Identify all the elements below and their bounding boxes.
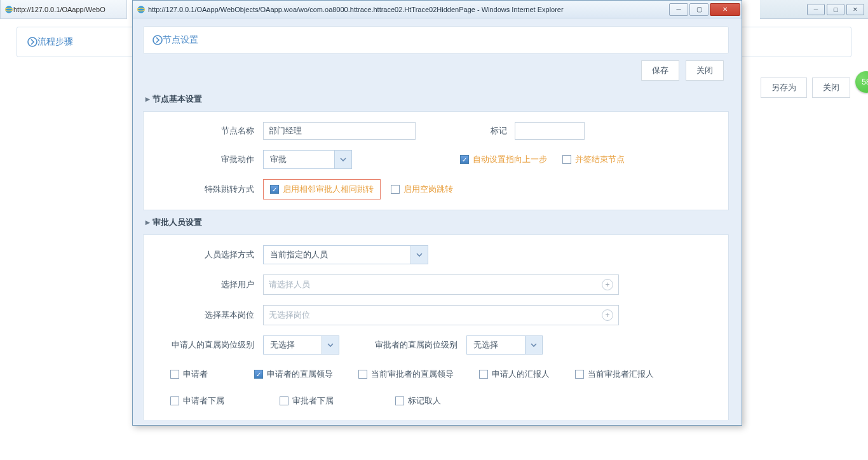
select-user-label: 选择用户 (154, 279, 263, 290)
action-dropdown[interactable]: 审批 (263, 150, 352, 169)
save-button[interactable]: 保存 (641, 60, 679, 81)
svg-point-3 (137, 6, 144, 13)
vacancy-checkbox[interactable] (391, 185, 400, 194)
section-basic-card: 节点名称 标记 审批动作 审批 ✓ 自动设置指向上一步 并 (143, 111, 729, 210)
select-post-placeholder: 无选择岗位 (269, 309, 310, 321)
bg-window-minimize-button[interactable]: ─ (807, 4, 825, 15)
cb-approver-sub-label: 审批者下属 (292, 395, 334, 407)
action-label: 审批动作 (154, 154, 263, 165)
svg-point-5 (153, 36, 162, 44)
modal-window-controls: ─ ▢ ✕ (669, 3, 742, 16)
cb-current-approver-reporter-label: 当前审批者汇报人 (588, 369, 654, 380)
ie-icon (137, 5, 146, 14)
chevron-down-icon (334, 150, 352, 169)
ie-icon (4, 5, 13, 14)
approver-post-level-text: 无选择 (466, 335, 525, 355)
cb-mark-taker[interactable] (395, 396, 404, 405)
auto-prev-checkbox[interactable]: ✓ (460, 155, 469, 164)
svg-point-2 (28, 37, 37, 46)
node-name-input[interactable] (263, 122, 416, 140)
modal-window: http://127.0.0.1/OAapp/WebObjects/OAapp.… (132, 0, 742, 426)
section-basic-title: 节点基本设置 (143, 87, 729, 111)
countersign-end-checkbox[interactable] (562, 155, 571, 164)
cb-applicant-sub-label: 申请者下属 (183, 395, 224, 407)
modal-body: 节点设置 保存 关闭 节点基本设置 节点名称 标记 审批动作 (133, 18, 742, 425)
section-approver-card: 人员选择方式 当前指定的人员 选择用户 请选择人员 + 选择基本岗位 (143, 234, 729, 420)
approver-checkbox-row-1: 申请者 ✓申请者的直属领导 当前审批者的直属领导 申请人的汇报人 当前审批者汇报… (154, 365, 718, 384)
applicant-post-level-dropdown[interactable]: 无选择 (263, 335, 339, 355)
cb-applicant-reporter[interactable] (479, 370, 488, 379)
modal-maximize-button[interactable]: ▢ (689, 3, 709, 16)
modal-panel-title: 节点设置 (163, 34, 198, 46)
chevron-down-icon (322, 335, 339, 355)
modal-toolbar: 保存 关闭 (143, 60, 729, 81)
bg-window-maximize-button[interactable]: ▢ (827, 4, 844, 15)
select-mode-dropdown-text: 当前指定的人员 (263, 245, 410, 264)
countersign-end-label: 并签结束节点 (575, 154, 625, 165)
applicant-post-level-label: 申请人的直属岗位级别 (154, 339, 263, 351)
modal-title: http://127.0.0.1/OAapp/WebObjects/OAapp.… (148, 6, 669, 13)
cb-applicant-leader-label: 申请者的直属领导 (267, 369, 333, 380)
bg-browser-tab[interactable]: http://127.0.0.1/OAapp/WebO (0, 0, 127, 19)
vacancy-label: 启用空岗跳转 (403, 184, 453, 195)
save-as-button[interactable]: 另存为 (761, 78, 807, 98)
adjacent-same-label: 启用相邻审批人相同跳转 (283, 184, 374, 195)
mark-label: 标记 (466, 125, 515, 137)
select-mode-dropdown[interactable]: 当前指定的人员 (263, 245, 428, 264)
node-name-label: 节点名称 (154, 125, 263, 137)
approver-post-level-label: 审批者的直属岗位级别 (365, 339, 466, 351)
cb-applicant-sub[interactable] (170, 396, 179, 405)
action-dropdown-text: 审批 (263, 150, 334, 169)
approver-checkbox-row-2: 申请者下属 审批者下属 标记取人 (154, 391, 718, 410)
select-user-input[interactable]: 请选择人员 + (263, 274, 619, 295)
bg-window-close-button[interactable]: ✕ (846, 4, 864, 15)
cb-applicant-label: 申请者 (183, 369, 208, 380)
cb-mark-taker-label: 标记取人 (408, 395, 441, 407)
section-approver-title: 审批人员设置 (143, 210, 729, 234)
svg-point-0 (5, 6, 12, 13)
bg-window-controls: ─ ▢ ✕ (760, 0, 868, 19)
cb-applicant[interactable] (170, 370, 179, 379)
arrow-right-circle-icon (153, 35, 163, 45)
applicant-post-level-text: 无选择 (263, 335, 322, 355)
cb-applicant-reporter-label: 申请人的汇报人 (492, 369, 550, 380)
add-user-icon[interactable]: + (602, 279, 613, 290)
adjacent-same-checkbox[interactable]: ✓ (270, 185, 279, 194)
cb-current-approver-reporter[interactable] (575, 370, 584, 379)
arrow-right-circle-icon (27, 37, 37, 47)
modal-minimize-button[interactable]: ─ (669, 3, 688, 16)
modal-scroll-area[interactable]: 节点设置 保存 关闭 节点基本设置 节点名称 标记 审批动作 (143, 26, 731, 420)
adjacent-same-highlight: ✓ 启用相邻审批人相同跳转 (263, 179, 381, 200)
bg-panel-title: 流程步骤 (37, 36, 73, 48)
bg-tab-title: http://127.0.0.1/OAapp/WebO (13, 6, 105, 13)
cb-current-approver-leader[interactable] (358, 370, 367, 379)
auto-prev-label: 自动设置指向上一步 (473, 154, 547, 165)
modal-close-button[interactable]: ✕ (710, 3, 740, 16)
mark-input[interactable] (515, 122, 585, 140)
modal-titlebar: http://127.0.0.1/OAapp/WebObjects/OAapp.… (133, 1, 742, 18)
cb-applicant-leader[interactable]: ✓ (254, 370, 263, 379)
select-post-input[interactable]: 无选择岗位 + (263, 305, 619, 325)
add-post-icon[interactable]: + (602, 309, 613, 321)
bg-toolbar: 另存为 关闭 (761, 78, 850, 98)
chevron-down-icon (410, 245, 428, 264)
chevron-down-icon (525, 335, 543, 355)
cb-current-approver-leader-label: 当前审批者的直属领导 (371, 369, 454, 380)
approver-post-level-dropdown[interactable]: 无选择 (466, 335, 543, 355)
cb-approver-sub[interactable] (280, 396, 288, 405)
jump-mode-label: 特殊跳转方式 (154, 184, 263, 195)
select-mode-label: 人员选择方式 (154, 249, 263, 260)
bg-close-button[interactable]: 关闭 (812, 78, 850, 98)
modal-panel-header: 节点设置 (143, 26, 729, 54)
close-button[interactable]: 关闭 (686, 60, 724, 81)
select-post-label: 选择基本岗位 (154, 309, 263, 321)
select-user-placeholder: 请选择人员 (269, 279, 310, 290)
